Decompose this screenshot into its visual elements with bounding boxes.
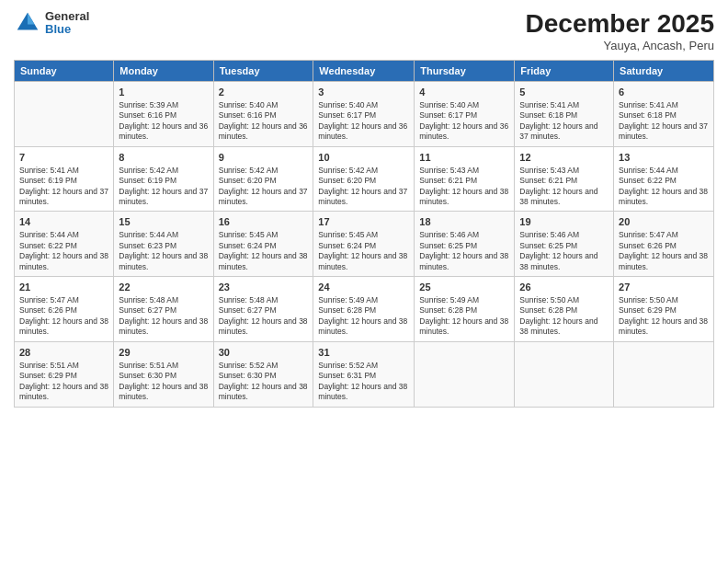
logo-icon bbox=[14, 9, 41, 37]
week-row: 1Sunrise: 5:39 AMSunset: 6:16 PMDaylight… bbox=[15, 82, 714, 147]
day-cell bbox=[415, 341, 515, 407]
day-cell: 1Sunrise: 5:39 AMSunset: 6:16 PMDaylight… bbox=[114, 82, 213, 147]
day-cell: 6Sunrise: 5:41 AMSunset: 6:18 PMDaylight… bbox=[614, 82, 714, 147]
day-cell: 19Sunrise: 5:46 AMSunset: 6:25 PMDayligh… bbox=[515, 212, 614, 277]
day-cell: 30Sunrise: 5:52 AMSunset: 6:30 PMDayligh… bbox=[213, 341, 313, 407]
logo-text: General Blue bbox=[45, 10, 89, 37]
day-number: 15 bbox=[119, 215, 208, 229]
day-number: 4 bbox=[419, 86, 509, 99]
day-cell: 25Sunrise: 5:49 AMSunset: 6:28 PMDayligh… bbox=[415, 277, 515, 342]
day-cell: 24Sunrise: 5:49 AMSunset: 6:28 PMDayligh… bbox=[313, 277, 415, 342]
day-number: 13 bbox=[619, 151, 709, 165]
day-number: 17 bbox=[318, 215, 409, 229]
day-info: Sunrise: 5:46 AMSunset: 6:25 PMDaylight:… bbox=[419, 230, 509, 272]
day-number: 20 bbox=[619, 215, 709, 229]
day-number: 12 bbox=[519, 151, 609, 165]
day-cell: 22Sunrise: 5:48 AMSunset: 6:27 PMDayligh… bbox=[114, 277, 213, 342]
day-number: 6 bbox=[619, 86, 709, 99]
day-number: 7 bbox=[19, 151, 108, 165]
day-cell: 4Sunrise: 5:40 AMSunset: 6:17 PMDaylight… bbox=[415, 82, 515, 147]
day-info: Sunrise: 5:40 AMSunset: 6:17 PMDaylight:… bbox=[318, 100, 409, 143]
day-info: Sunrise: 5:42 AMSunset: 6:20 PMDaylight:… bbox=[219, 166, 309, 208]
week-row: 7Sunrise: 5:41 AMSunset: 6:19 PMDaylight… bbox=[15, 146, 714, 212]
day-cell: 23Sunrise: 5:48 AMSunset: 6:27 PMDayligh… bbox=[213, 277, 313, 342]
day-cell: 3Sunrise: 5:40 AMSunset: 6:17 PMDaylight… bbox=[313, 82, 415, 147]
day-info: Sunrise: 5:45 AMSunset: 6:24 PMDaylight:… bbox=[318, 230, 409, 272]
header-row: SundayMondayTuesdayWednesdayThursdayFrid… bbox=[15, 61, 714, 82]
logo: General Blue bbox=[14, 9, 89, 37]
day-info: Sunrise: 5:44 AMSunset: 6:23 PMDaylight:… bbox=[119, 230, 208, 272]
header: General Blue December 2025 Yauya, Ancash… bbox=[14, 9, 714, 52]
day-info: Sunrise: 5:41 AMSunset: 6:18 PMDaylight:… bbox=[519, 100, 609, 143]
day-info: Sunrise: 5:47 AMSunset: 6:26 PMDaylight:… bbox=[619, 230, 709, 272]
col-header-thursday: Thursday bbox=[415, 61, 515, 82]
day-cell bbox=[515, 341, 614, 407]
day-info: Sunrise: 5:40 AMSunset: 6:16 PMDaylight:… bbox=[219, 100, 309, 143]
page: General Blue December 2025 Yauya, Ancash… bbox=[0, 0, 728, 563]
day-number: 8 bbox=[119, 151, 208, 165]
logo-blue: Blue bbox=[45, 23, 89, 36]
day-info: Sunrise: 5:45 AMSunset: 6:24 PMDaylight:… bbox=[219, 230, 309, 272]
day-cell: 15Sunrise: 5:44 AMSunset: 6:23 PMDayligh… bbox=[114, 212, 213, 277]
day-info: Sunrise: 5:48 AMSunset: 6:27 PMDaylight:… bbox=[219, 295, 309, 338]
day-cell: 26Sunrise: 5:50 AMSunset: 6:28 PMDayligh… bbox=[515, 277, 614, 342]
day-info: Sunrise: 5:42 AMSunset: 6:19 PMDaylight:… bbox=[119, 166, 208, 208]
col-header-tuesday: Tuesday bbox=[213, 61, 313, 82]
day-cell: 27Sunrise: 5:50 AMSunset: 6:29 PMDayligh… bbox=[614, 277, 714, 342]
day-info: Sunrise: 5:43 AMSunset: 6:21 PMDaylight:… bbox=[419, 166, 509, 208]
day-info: Sunrise: 5:44 AMSunset: 6:22 PMDaylight:… bbox=[19, 230, 108, 272]
week-row: 28Sunrise: 5:51 AMSunset: 6:29 PMDayligh… bbox=[15, 341, 714, 407]
day-cell: 13Sunrise: 5:44 AMSunset: 6:22 PMDayligh… bbox=[614, 146, 714, 212]
day-number: 3 bbox=[318, 86, 409, 99]
day-number: 27 bbox=[619, 281, 709, 294]
day-number: 9 bbox=[219, 151, 309, 165]
day-cell: 11Sunrise: 5:43 AMSunset: 6:21 PMDayligh… bbox=[415, 146, 515, 212]
day-info: Sunrise: 5:43 AMSunset: 6:21 PMDaylight:… bbox=[519, 166, 609, 208]
day-number: 24 bbox=[318, 281, 409, 294]
day-cell bbox=[15, 82, 114, 147]
day-cell: 14Sunrise: 5:44 AMSunset: 6:22 PMDayligh… bbox=[15, 212, 114, 277]
day-info: Sunrise: 5:42 AMSunset: 6:20 PMDaylight:… bbox=[318, 166, 409, 208]
day-cell: 28Sunrise: 5:51 AMSunset: 6:29 PMDayligh… bbox=[15, 341, 114, 407]
day-info: Sunrise: 5:50 AMSunset: 6:28 PMDaylight:… bbox=[519, 295, 609, 338]
day-number: 2 bbox=[219, 86, 309, 99]
col-header-wednesday: Wednesday bbox=[313, 61, 415, 82]
day-number: 1 bbox=[119, 86, 208, 99]
day-number: 11 bbox=[419, 151, 509, 165]
day-info: Sunrise: 5:41 AMSunset: 6:18 PMDaylight:… bbox=[619, 100, 709, 143]
day-number: 5 bbox=[519, 86, 609, 99]
day-number: 26 bbox=[519, 281, 609, 294]
day-info: Sunrise: 5:40 AMSunset: 6:17 PMDaylight:… bbox=[419, 100, 509, 143]
subtitle: Yauya, Ancash, Peru bbox=[526, 39, 714, 52]
day-info: Sunrise: 5:47 AMSunset: 6:26 PMDaylight:… bbox=[19, 295, 108, 338]
week-row: 14Sunrise: 5:44 AMSunset: 6:22 PMDayligh… bbox=[15, 212, 714, 277]
day-info: Sunrise: 5:39 AMSunset: 6:16 PMDaylight:… bbox=[119, 100, 208, 143]
day-number: 19 bbox=[519, 215, 609, 229]
logo-general: General bbox=[45, 10, 89, 23]
day-info: Sunrise: 5:52 AMSunset: 6:30 PMDaylight:… bbox=[219, 361, 309, 403]
calendar-table: SundayMondayTuesdayWednesdayThursdayFrid… bbox=[14, 60, 714, 408]
day-cell: 16Sunrise: 5:45 AMSunset: 6:24 PMDayligh… bbox=[213, 212, 313, 277]
day-info: Sunrise: 5:50 AMSunset: 6:29 PMDaylight:… bbox=[619, 295, 709, 338]
week-row: 21Sunrise: 5:47 AMSunset: 6:26 PMDayligh… bbox=[15, 277, 714, 342]
day-number: 28 bbox=[19, 346, 108, 360]
day-number: 10 bbox=[318, 151, 409, 165]
day-cell: 18Sunrise: 5:46 AMSunset: 6:25 PMDayligh… bbox=[415, 212, 515, 277]
day-info: Sunrise: 5:44 AMSunset: 6:22 PMDaylight:… bbox=[619, 166, 709, 208]
day-number: 29 bbox=[119, 346, 208, 360]
day-info: Sunrise: 5:51 AMSunset: 6:29 PMDaylight:… bbox=[19, 361, 108, 403]
day-number: 22 bbox=[119, 281, 208, 294]
day-number: 23 bbox=[219, 281, 309, 294]
day-number: 25 bbox=[419, 281, 509, 294]
day-cell bbox=[614, 341, 714, 407]
title-block: December 2025 Yauya, Ancash, Peru bbox=[526, 9, 714, 52]
day-number: 31 bbox=[318, 346, 409, 360]
day-cell: 2Sunrise: 5:40 AMSunset: 6:16 PMDaylight… bbox=[213, 82, 313, 147]
day-info: Sunrise: 5:49 AMSunset: 6:28 PMDaylight:… bbox=[318, 295, 409, 338]
day-info: Sunrise: 5:49 AMSunset: 6:28 PMDaylight:… bbox=[419, 295, 509, 338]
day-number: 18 bbox=[419, 215, 509, 229]
day-number: 16 bbox=[219, 215, 309, 229]
day-cell: 31Sunrise: 5:52 AMSunset: 6:31 PMDayligh… bbox=[313, 341, 415, 407]
day-cell: 20Sunrise: 5:47 AMSunset: 6:26 PMDayligh… bbox=[614, 212, 714, 277]
day-number: 14 bbox=[19, 215, 108, 229]
